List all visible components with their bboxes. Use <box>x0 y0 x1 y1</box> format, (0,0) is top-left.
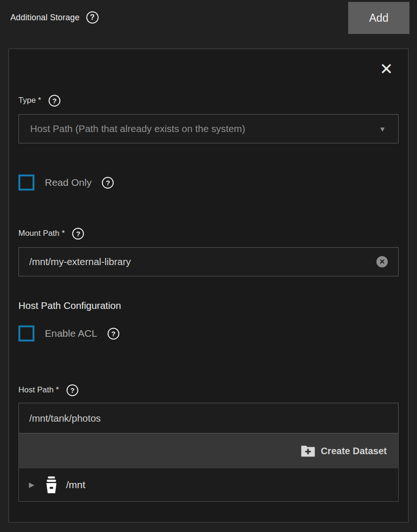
type-label: Type * <box>18 96 41 105</box>
read-only-label: Read Only <box>45 177 92 188</box>
folder-plus-icon <box>301 445 315 457</box>
create-dataset-label: Create Dataset <box>321 446 387 457</box>
help-icon[interactable]: ? <box>102 177 114 189</box>
mount-path-input[interactable] <box>29 256 376 267</box>
file-browser-tree: ▶ /mnt <box>19 468 398 501</box>
mount-path-input-wrap: ✕ <box>18 247 399 276</box>
file-browser: Create Dataset ▶ /mnt <box>18 433 399 502</box>
header: Additional Storage ? Add <box>0 0 417 49</box>
mount-path-label: Mount Path * <box>18 229 65 238</box>
help-icon[interactable]: ? <box>67 384 78 396</box>
tree-item-label: /mnt <box>66 479 85 490</box>
read-only-row: Read Only ? <box>18 174 399 191</box>
help-icon[interactable]: ? <box>49 95 60 107</box>
enable-acl-row: Enable ACL ? <box>18 324 399 342</box>
add-button[interactable]: Add <box>348 2 409 34</box>
enable-acl-label: Enable ACL <box>45 328 97 339</box>
host-path-configuration-heading: Host Path Configuration <box>18 300 399 311</box>
host-path-label: Host Path * <box>18 385 59 395</box>
type-label-row: Type * ? <box>18 94 399 107</box>
tree-row-mnt[interactable]: ▶ /mnt <box>19 468 398 501</box>
host-path-input[interactable] <box>29 413 388 424</box>
help-icon[interactable]: ? <box>108 328 119 340</box>
read-only-checkbox[interactable] <box>18 175 34 191</box>
host-path-input-wrap <box>18 403 399 433</box>
page-title: Additional Storage <box>10 13 80 23</box>
help-icon[interactable]: ? <box>72 228 84 240</box>
tree-expand-icon[interactable]: ▶ <box>26 481 37 489</box>
mount-path-label-row: Mount Path * ? <box>18 227 399 240</box>
enable-acl-checkbox[interactable] <box>18 325 34 341</box>
close-icon[interactable]: ✕ <box>376 58 397 79</box>
type-select[interactable]: Host Path (Path that already exists on t… <box>18 114 399 143</box>
help-icon[interactable]: ? <box>86 11 99 24</box>
chevron-down-icon: ▼ <box>379 125 386 133</box>
create-dataset-button[interactable]: Create Dataset <box>301 445 387 457</box>
clear-icon[interactable]: ✕ <box>376 256 388 267</box>
storage-item-card: ✕ Type * ? Host Path (Path that already … <box>8 49 409 523</box>
dataset-icon <box>43 476 59 494</box>
host-path-label-row: Host Path * ? <box>18 384 399 396</box>
file-browser-toolbar: Create Dataset <box>19 433 398 468</box>
type-select-value: Host Path (Path that already exists on t… <box>30 123 245 134</box>
